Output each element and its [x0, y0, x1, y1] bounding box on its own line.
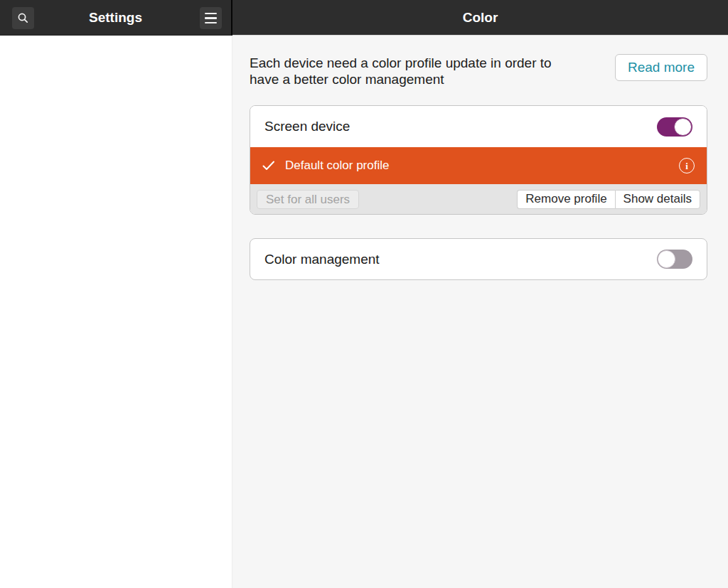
color-management-card: Color management — [250, 238, 707, 280]
screen-device-row: Screen device — [250, 106, 707, 147]
header-right-pane: Color — [232, 0, 728, 36]
menu-button[interactable] — [200, 7, 222, 29]
panel-description: Each device need a color profile update … — [250, 54, 555, 87]
screen-device-label: Screen device — [264, 119, 657, 134]
window-title: Settings — [89, 10, 142, 26]
profile-actions-group: Remove profile Show details — [517, 190, 700, 209]
toggle-knob — [674, 118, 692, 136]
color-panel: Each device need a color profile update … — [232, 36, 728, 588]
checkmark-icon — [262, 161, 275, 171]
set-for-all-users-button[interactable]: Set for all users — [257, 190, 359, 209]
page-title: Color — [463, 10, 498, 26]
read-more-button[interactable]: Read more — [615, 54, 707, 81]
info-icon: i — [685, 161, 688, 171]
color-management-toggle[interactable] — [657, 250, 692, 269]
intro-row: Each device need a color profile update … — [250, 54, 707, 87]
profile-actions-row: Set for all users Remove profile Show de… — [250, 184, 707, 214]
header-left-pane: Settings — [0, 0, 231, 36]
toggle-knob — [658, 250, 675, 268]
window-body: Each device need a color profile update … — [0, 36, 728, 588]
profile-info-button[interactable]: i — [679, 158, 695, 173]
show-details-button[interactable]: Show details — [615, 190, 700, 209]
remove-profile-button[interactable]: Remove profile — [517, 190, 614, 209]
hamburger-icon — [205, 13, 217, 24]
screen-device-card: Screen device Default color profile i — [250, 105, 707, 215]
color-management-label: Color management — [264, 252, 657, 267]
screen-device-toggle[interactable] — [657, 117, 692, 137]
default-profile-row[interactable]: Default color profile i — [250, 147, 707, 184]
search-icon — [17, 12, 29, 24]
sidebar — [0, 36, 232, 588]
header-bar: Settings Color — [0, 0, 728, 36]
settings-window: Settings Color Each device need a color … — [0, 0, 728, 588]
search-button[interactable] — [12, 7, 34, 29]
default-profile-label: Default color profile — [285, 159, 679, 173]
